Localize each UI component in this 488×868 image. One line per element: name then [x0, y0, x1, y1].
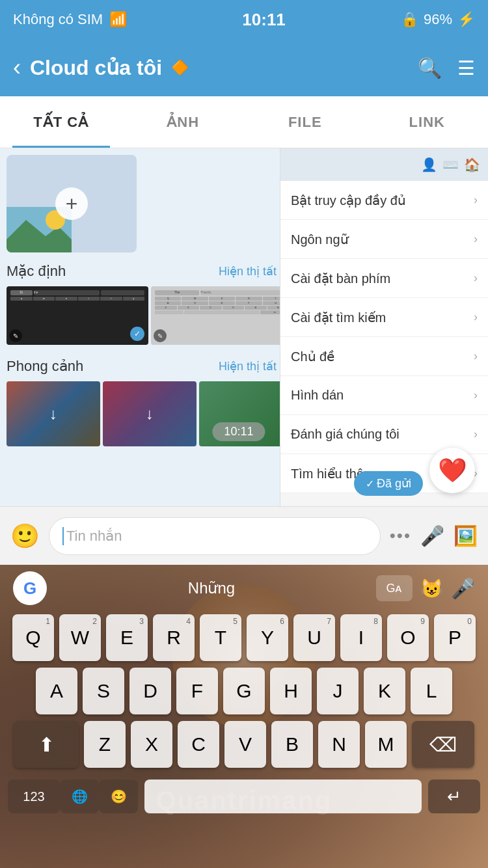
- menu-item-theme[interactable]: Chủ đề ›: [280, 337, 488, 376]
- image-picker-button[interactable]: 🖼️: [454, 524, 478, 547]
- gboard-toolbar: G Những Gᴀ 😺 🎤: [0, 565, 488, 612]
- default-section-header: Mặc định Hiện thị tất cả: [7, 263, 293, 280]
- google-logo[interactable]: G: [13, 571, 47, 605]
- key-l[interactable]: L: [411, 668, 452, 714]
- key-u[interactable]: 7U: [293, 614, 335, 661]
- check-icon: ✓: [366, 478, 374, 490]
- key-i[interactable]: 8I: [340, 614, 382, 661]
- menu-item-search-settings[interactable]: Cài đặt tìm kiếm ›: [280, 298, 488, 337]
- shift-key[interactable]: ⬆: [14, 721, 79, 768]
- menu-top-bar: 👤 ⌨️ 🏠: [280, 148, 488, 181]
- key-h[interactable]: H: [270, 668, 312, 714]
- key-k[interactable]: K: [364, 668, 405, 714]
- key-m[interactable]: M: [365, 721, 407, 768]
- key-g[interactable]: G: [223, 668, 265, 714]
- key-n[interactable]: N: [318, 721, 360, 768]
- kb-theme-light[interactable]: The Thanks Q W E R T A S D F: [151, 286, 293, 345]
- key-y[interactable]: 6Y: [247, 614, 288, 661]
- sticker-button[interactable]: 😺: [420, 578, 443, 599]
- tab-photo[interactable]: ẢNH: [122, 96, 245, 148]
- key-row-2: A S D F G H J K L: [4, 668, 484, 714]
- key-j[interactable]: J: [317, 668, 359, 714]
- key-r[interactable]: 4R: [153, 614, 195, 661]
- key-x[interactable]: X: [131, 721, 172, 768]
- battery-level: 96%: [424, 11, 452, 28]
- key-o[interactable]: 9O: [387, 614, 429, 661]
- add-plus-icon[interactable]: +: [55, 187, 88, 220]
- send-confirm-button[interactable]: ✓ Đã gửi: [354, 471, 423, 496]
- microphone-button[interactable]: 🎤: [420, 524, 444, 547]
- space-key[interactable]: [144, 780, 422, 813]
- menu-item-access[interactable]: Bật truy cập đầy đủ ›: [280, 181, 488, 220]
- key-w[interactable]: 2W: [59, 614, 101, 661]
- chevron-icon-3: ›: [474, 310, 478, 324]
- add-photo-button[interactable]: +: [7, 155, 137, 252]
- key-row-1: 1Q 2W 3E 4R 5T 6Y 7U 8I 9O 0P: [4, 614, 484, 661]
- timestamp-bubble: 10:11: [212, 422, 265, 441]
- wifi-icon: 📶: [109, 11, 127, 28]
- translate-button[interactable]: Gᴀ: [376, 575, 413, 601]
- more-options-button[interactable]: •••: [390, 526, 411, 546]
- key-b[interactable]: B: [271, 721, 313, 768]
- numbers-button[interactable]: 123: [8, 780, 60, 813]
- chevron-icon-1: ›: [474, 232, 478, 246]
- kb-theme-dark[interactable]: G the q w e r t y ✓ ✎: [7, 286, 148, 345]
- search-button[interactable]: 🔍: [418, 57, 442, 79]
- menu-button[interactable]: ☰: [457, 57, 475, 79]
- kb-bottom-row: 123 🌐 😊 ↵: [0, 777, 488, 816]
- key-s[interactable]: S: [83, 668, 124, 714]
- key-row-3: ⬆ Z X C V B N M ⌫: [4, 721, 484, 768]
- message-input[interactable]: Tin nhắn: [49, 517, 381, 555]
- tab-file[interactable]: FILE: [244, 96, 366, 148]
- download-icon: ↓: [49, 405, 57, 423]
- chevron-icon-4: ›: [474, 349, 478, 363]
- key-d[interactable]: D: [129, 668, 171, 714]
- heart-button[interactable]: ❤️: [429, 448, 475, 493]
- key-rows: 1Q 2W 3E 4R 5T 6Y 7U 8I 9O 0P A S D F G …: [0, 612, 488, 777]
- enter-key[interactable]: ↵: [428, 780, 480, 813]
- chevron-icon-2: ›: [474, 271, 478, 285]
- keyboard-icon: ⌨️: [442, 157, 459, 172]
- nav-right: 🔍 ☰: [418, 57, 475, 79]
- default-section-title: Mặc định: [7, 263, 66, 280]
- home-icon: 🏠: [464, 157, 480, 172]
- key-p[interactable]: 0P: [434, 614, 476, 661]
- key-q[interactable]: 1Q: [12, 614, 54, 661]
- mic-toolbar-button[interactable]: 🎤: [451, 577, 475, 600]
- download-icon-2: ↓: [146, 405, 154, 423]
- globe-button[interactable]: 🌐: [60, 780, 99, 813]
- back-button[interactable]: ‹: [13, 54, 21, 81]
- status-left: Không có SIM 📶: [13, 11, 127, 28]
- nav-bar: ‹ Cloud của tôi 🔶 🔍 ☰: [0, 39, 488, 96]
- menu-item-keyboard-settings[interactable]: Cài đặt bàn phím ›: [280, 259, 488, 298]
- landscape-thumb-1[interactable]: ↓: [7, 381, 100, 446]
- landscape-thumb-2[interactable]: ↓: [103, 381, 197, 446]
- key-e[interactable]: 3E: [106, 614, 148, 661]
- key-a[interactable]: A: [36, 668, 77, 714]
- chevron-icon-0: ›: [474, 193, 478, 207]
- key-f[interactable]: F: [176, 668, 218, 714]
- kb-check-icon: ✓: [130, 327, 144, 341]
- left-panel: + Mặc định Hiện thị tất cả G the q w: [0, 148, 299, 506]
- kb-edit-icon: ✎: [9, 329, 22, 342]
- lock-icon: 🔒: [401, 11, 418, 28]
- tab-all[interactable]: TẤT CẢ: [0, 96, 122, 148]
- tab-link[interactable]: LINK: [366, 96, 489, 148]
- emoji-kb-button[interactable]: 😊: [99, 780, 138, 813]
- menu-item-stickers[interactable]: Hình dán ›: [280, 376, 488, 415]
- message-bar: 🙂 Tin nhắn ••• 🎤 🖼️: [0, 506, 488, 565]
- suggestion-word[interactable]: Những: [188, 579, 235, 597]
- emoji-button[interactable]: 🙂: [10, 522, 40, 550]
- key-v[interactable]: V: [224, 721, 266, 768]
- battery-icon: ⚡: [457, 11, 475, 28]
- keyboard-theme-grid: G the q w e r t y ✓ ✎: [7, 286, 293, 345]
- key-c[interactable]: C: [178, 721, 219, 768]
- status-right: 🔒 96% ⚡: [401, 11, 475, 28]
- backspace-key[interactable]: ⌫: [412, 721, 474, 768]
- verified-badge: 🔶: [171, 59, 189, 76]
- key-z[interactable]: Z: [84, 721, 126, 768]
- main-content: + Mặc định Hiện thị tất cả G the q w: [0, 148, 488, 506]
- carrier-text: Không có SIM: [13, 11, 103, 28]
- key-t[interactable]: 5T: [200, 614, 241, 661]
- menu-item-language[interactable]: Ngôn ngữ ›: [280, 220, 488, 259]
